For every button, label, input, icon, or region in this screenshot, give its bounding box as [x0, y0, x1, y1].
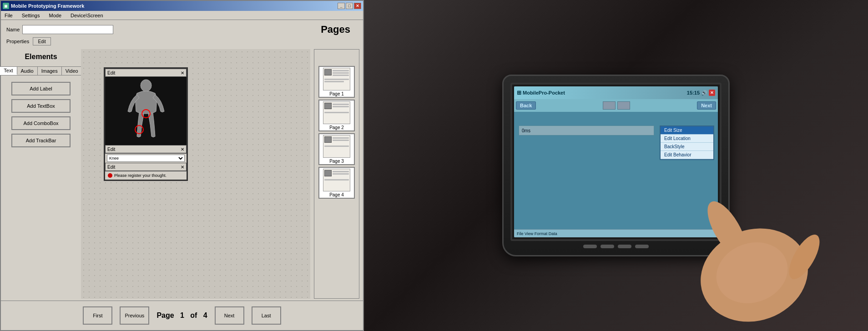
- page-label-4: Page 4: [329, 192, 344, 197]
- thumb-line-1a: [333, 70, 349, 71]
- last-button[interactable]: Last: [252, 306, 281, 325]
- edit-bar-label-3: Edit: [107, 165, 115, 170]
- tab-images[interactable]: Images: [38, 67, 62, 75]
- canvas-area[interactable]: Edit ✕: [81, 49, 310, 299]
- edit-bar-label-1: Edit: [107, 70, 115, 75]
- pda-menu-edit-behavior[interactable]: Edit Behavior: [661, 151, 713, 159]
- add-trackbar-button[interactable]: Add TrackBar: [11, 134, 71, 147]
- pda-menu-edit-size[interactable]: Edit Size: [661, 126, 713, 135]
- phone-combobox[interactable]: Knee: [107, 155, 185, 162]
- page-label-text: Page: [156, 311, 174, 319]
- form-area: Name Pages: [1, 20, 363, 37]
- page-thumb-3[interactable]: Page 3: [318, 133, 355, 165]
- of-label: of: [190, 311, 197, 319]
- pda-small-btn-2[interactable]: [617, 101, 630, 110]
- tab-text[interactable]: Text: [0, 67, 17, 75]
- pda-small-btn-1[interactable]: [603, 101, 616, 110]
- minimize-button[interactable]: _: [338, 3, 345, 9]
- app-icon: ▣: [3, 3, 9, 9]
- elements-title: Elements: [25, 53, 57, 61]
- thumb-line-3c: [324, 145, 349, 147]
- pda-title-bar: ⊞ MobilePro-Pocket 15:15 🔊 ✕: [514, 86, 718, 99]
- pda-hw-btn-4[interactable]: [635, 245, 649, 248]
- page-thumb-1[interactable]: Page 1: [318, 66, 355, 98]
- app-window: ▣ Mobile Prototyping Framework _ □ ✕ Fil…: [0, 0, 364, 331]
- photo-background: ⊞ MobilePro-Pocket 15:15 🔊 ✕ Back: [364, 0, 868, 331]
- thumb-line-3b: [333, 140, 349, 141]
- body-image-area: [105, 77, 187, 145]
- thumb-line-1e: [324, 81, 344, 82]
- svg-point-0: [141, 80, 151, 91]
- pda-back-button[interactable]: Back: [516, 101, 536, 110]
- tab-video[interactable]: Video: [62, 67, 82, 75]
- pda-status-text: File View Format Data: [517, 231, 557, 236]
- thumb-line-1b: [333, 72, 349, 74]
- phone-edit-bar-3: Edit ✕: [105, 163, 187, 171]
- name-input[interactable]: [22, 25, 113, 34]
- title-bar: ▣ Mobile Prototyping Framework _ □ ✕: [1, 1, 363, 11]
- menu-file[interactable]: File: [3, 12, 15, 19]
- page-thumb-4[interactable]: Page 4: [318, 167, 355, 199]
- thumb-line-4a: [333, 171, 349, 172]
- phone-text-area: Please register your thought.: [105, 171, 187, 180]
- add-label-button[interactable]: Add Label: [11, 82, 71, 95]
- first-button[interactable]: First: [83, 306, 112, 325]
- thumb-image-2: [324, 103, 332, 109]
- pda-hw-btn-3[interactable]: [618, 245, 631, 248]
- pda-close-button[interactable]: ✕: [709, 90, 715, 96]
- add-combobox-button[interactable]: Add ComboBox: [11, 116, 71, 130]
- tab-audio[interactable]: Audio: [17, 67, 38, 75]
- add-textbox-button[interactable]: Add TextBox: [11, 99, 71, 113]
- maximize-button[interactable]: □: [346, 3, 353, 9]
- thumb-image-4: [324, 170, 332, 176]
- pda-next-button[interactable]: Next: [697, 101, 716, 110]
- menu-mode[interactable]: Mode: [47, 12, 63, 19]
- pda-hw-btn-2[interactable]: [601, 245, 614, 248]
- menu-bar: File Settings Mode Device\Screen: [1, 11, 363, 20]
- pda-nav-bar: Back Next: [514, 99, 718, 112]
- thumb-line-2b: [333, 106, 349, 107]
- menu-device-screen[interactable]: Device\Screen: [69, 12, 105, 19]
- pda-menu-backstyle[interactable]: BackStyle: [661, 143, 713, 151]
- page-label-3: Page 3: [329, 159, 344, 164]
- pda-title-text: MobilePro-Pocket: [523, 90, 565, 95]
- pda-hw-btn-1[interactable]: [583, 245, 597, 248]
- thumb-line-4b: [333, 173, 349, 175]
- pda-speaker-icon: 🔊: [701, 90, 707, 96]
- pages-panel: Page 1 Page 2: [314, 49, 359, 299]
- hand-area: [672, 184, 832, 331]
- thumb-line-2c: [324, 112, 349, 113]
- menu-settings[interactable]: Settings: [20, 12, 42, 19]
- pda-dropdown-value: 0ms: [522, 128, 530, 133]
- page-thumb-2[interactable]: Page 2: [318, 100, 355, 131]
- edit-button[interactable]: Edit: [33, 37, 51, 45]
- properties-label: Properties: [6, 39, 29, 44]
- properties-row: Properties Edit: [1, 37, 363, 47]
- page-thumb-inner-3: [323, 135, 350, 158]
- page-label-2: Page 2: [329, 125, 344, 130]
- thumb-line-3a: [333, 137, 349, 139]
- hand-svg: [672, 184, 832, 330]
- close-button[interactable]: ✕: [354, 3, 361, 9]
- next-button[interactable]: Next: [215, 306, 244, 325]
- edit-bar-close-3: ✕: [181, 165, 184, 170]
- app-title: Mobile Prototyping Framework: [11, 3, 84, 9]
- pda-dropdown[interactable]: 0ms: [519, 125, 654, 135]
- pda-hardware-buttons: [583, 245, 649, 248]
- edit-bar-close-1: ✕: [181, 70, 184, 75]
- body-figure-svg: [123, 77, 169, 145]
- total-pages: 4: [203, 311, 207, 319]
- edit-bar-label-2: Edit: [107, 147, 115, 152]
- phone-combobox-area: Knee: [105, 153, 187, 163]
- page-number: 1: [180, 311, 184, 319]
- pda-context-menu: Edit Size Edit Location BackStyle Edit B…: [660, 125, 714, 160]
- photo-panel: ⊞ MobilePro-Pocket 15:15 🔊 ✕ Back: [364, 0, 868, 331]
- previous-button[interactable]: Previous: [120, 306, 149, 325]
- thumb-image-3: [324, 136, 332, 143]
- elements-tabs: Text Audio Images Video: [0, 66, 82, 75]
- edit-bar-close-2: ✕: [181, 147, 184, 152]
- pda-menu-edit-location[interactable]: Edit Location: [661, 135, 713, 143]
- name-field-group: Name: [6, 25, 113, 34]
- page-thumb-inner-2: [323, 101, 350, 124]
- phone-text-content: Please register your thought.: [114, 173, 167, 178]
